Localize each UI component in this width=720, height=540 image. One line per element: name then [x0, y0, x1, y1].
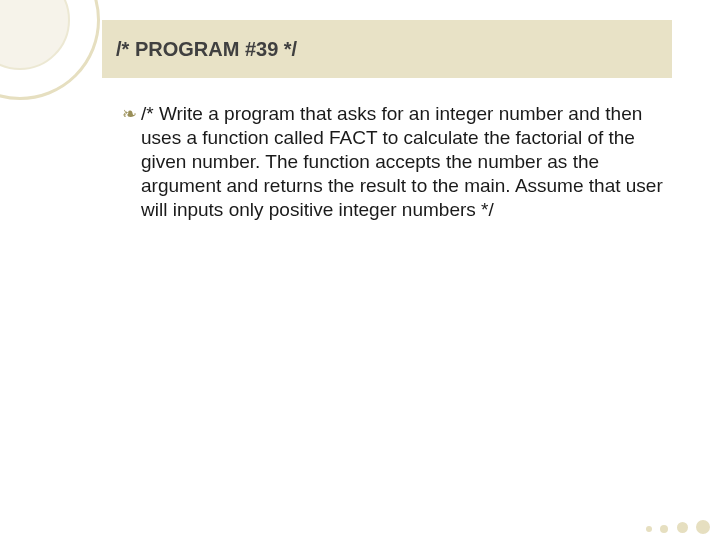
slide-title: /* PROGRAM #39 */	[116, 38, 297, 61]
corner-decoration	[0, 0, 100, 100]
body-text: /* Write a program that asks for an inte…	[141, 102, 677, 222]
footer-dots-decoration	[640, 520, 710, 534]
title-bar: /* PROGRAM #39 */	[102, 20, 672, 78]
content-area: ❧ /* Write a program that asks for an in…	[122, 102, 677, 222]
bullet-item: ❧ /* Write a program that asks for an in…	[122, 102, 677, 222]
bullet-icon: ❧	[122, 102, 137, 126]
